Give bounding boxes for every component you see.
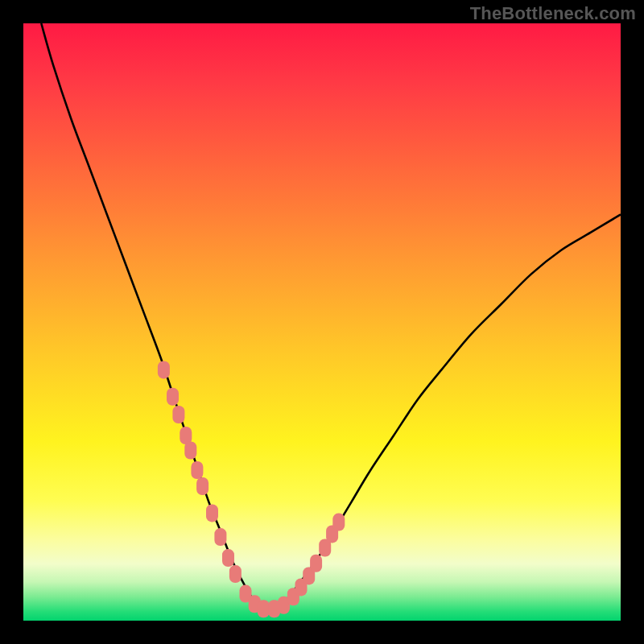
chart-frame: TheBottleneck.com (0, 0, 644, 644)
chart-gradient-background (23, 23, 621, 621)
watermark-text: TheBottleneck.com (470, 3, 636, 24)
